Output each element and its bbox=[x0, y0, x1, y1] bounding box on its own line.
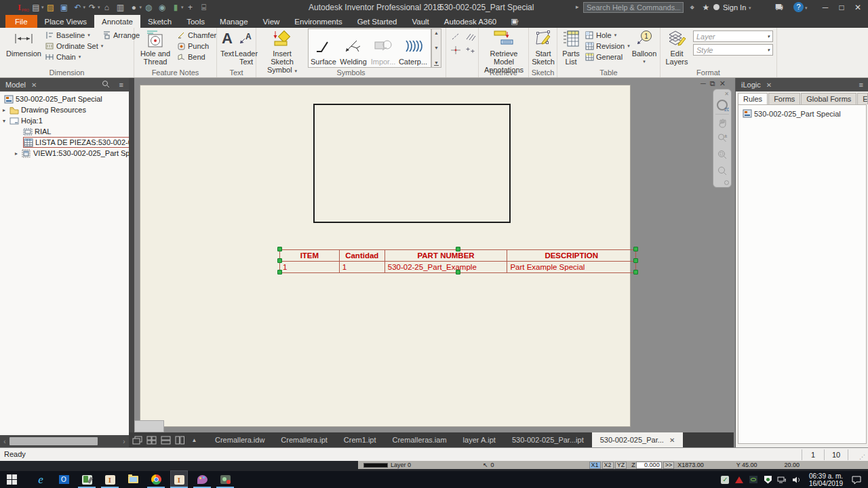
menu-hamburger-icon[interactable]: ≡ bbox=[119, 81, 123, 89]
navbar-settings-icon[interactable] bbox=[724, 180, 729, 185]
tray-network-icon[interactable] bbox=[777, 474, 787, 485]
collapse-arrow-icon[interactable]: ▸ bbox=[576, 3, 579, 10]
tile-horizontal-icon[interactable] bbox=[160, 435, 172, 445]
chevron-down-icon[interactable]: ▾ bbox=[87, 33, 90, 38]
file-explorer-icon[interactable] bbox=[125, 471, 141, 488]
chevron-down-icon[interactable]: ▾ bbox=[614, 33, 617, 38]
customize-toolbar-icon[interactable]: ⌸ bbox=[198, 2, 209, 13]
doc-tab-cremalleras-iam[interactable]: Cremalleras.iam bbox=[384, 432, 455, 447]
selection-grip[interactable] bbox=[277, 258, 282, 263]
tray-nvidia-icon[interactable] bbox=[749, 474, 759, 485]
chevron-down-icon[interactable]: ▾ bbox=[79, 54, 81, 60]
selection-grip[interactable] bbox=[456, 270, 460, 274]
ordinate-set-button[interactable]: Ordinate Set▾ bbox=[45, 41, 103, 51]
style-select[interactable]: Style▾ bbox=[693, 44, 773, 56]
centered-pattern-button[interactable] bbox=[465, 45, 477, 56]
model-browser-tab[interactable]: Model bbox=[5, 81, 26, 89]
chevron-down-icon[interactable]: ▾ bbox=[83, 5, 85, 10]
center-mark-button[interactable] bbox=[450, 45, 462, 56]
plus-icon[interactable]: + bbox=[184, 2, 195, 13]
scroll-right-icon[interactable]: › bbox=[119, 438, 129, 445]
dimension-button[interactable]: Dimension bbox=[4, 29, 43, 58]
drawing-canvas[interactable]: ITEM Cantidad PART NUMBER DESCRIPTION 1 … bbox=[129, 78, 734, 432]
doc-tab-active[interactable]: 530-002-025_Par...✕ bbox=[592, 432, 684, 447]
chevron-down-icon[interactable]: ▾ bbox=[749, 5, 751, 11]
search-icon[interactable] bbox=[102, 80, 110, 89]
navigation-bar[interactable]: ✕ 2D ± bbox=[713, 89, 732, 188]
new-file-button[interactable]: ▤ bbox=[31, 2, 41, 13]
open-button[interactable]: ▨ bbox=[45, 2, 56, 13]
chamfer-button[interactable]: Chamfer bbox=[176, 30, 216, 40]
minimize-button[interactable]: ─ bbox=[818, 1, 833, 14]
menu-hamburger-icon[interactable]: ≡ bbox=[859, 81, 863, 89]
close-icon[interactable]: ✕ bbox=[766, 81, 772, 89]
close-icon[interactable]: ✕ bbox=[31, 81, 37, 89]
ilogic-rule-item[interactable]: 530-002-025_Part Special bbox=[743, 109, 866, 118]
collapse-tabbar-icon[interactable]: ▲ bbox=[189, 435, 200, 445]
surface-symbol-button[interactable]: Surface bbox=[309, 29, 338, 67]
print-button[interactable]: ▥ bbox=[115, 2, 125, 13]
bend-button[interactable]: Bend bbox=[176, 52, 216, 62]
tab-forms[interactable]: Forms bbox=[768, 93, 800, 104]
tray-alert-icon[interactable] bbox=[734, 474, 745, 485]
chevron-down-icon[interactable]: ▾ bbox=[139, 5, 142, 10]
start-sketch-button[interactable]: Start Sketch bbox=[530, 29, 556, 66]
save-button[interactable]: ▣ bbox=[58, 2, 69, 13]
close-button[interactable]: ✕ bbox=[850, 1, 865, 14]
chevron-down-icon[interactable]: ▾ bbox=[517, 19, 519, 24]
tab-global-forms[interactable]: Global Forms bbox=[801, 93, 856, 104]
pan-hand-icon[interactable] bbox=[715, 114, 729, 130]
scrollbar-thumb[interactable] bbox=[9, 437, 98, 445]
canvas-horizontal-scrollbar-thumb[interactable] bbox=[134, 420, 164, 432]
doc-tab-crem1-ipt[interactable]: Crem1.ipt bbox=[336, 432, 384, 447]
balloon-button[interactable]: 1 Balloon ▾ bbox=[629, 29, 659, 66]
doc-tab-cremallera-idw[interactable]: Cremallera.idw bbox=[207, 432, 273, 447]
undo-button[interactable]: ↶ bbox=[72, 2, 83, 13]
gallery-scroll-down-icon[interactable]: ▼ bbox=[434, 45, 439, 50]
caterpillar-symbol-button[interactable]: Caterp... bbox=[398, 29, 428, 67]
outlook-icon[interactable]: O bbox=[56, 471, 72, 488]
tab-file[interactable]: File bbox=[5, 15, 37, 28]
chrome-icon[interactable] bbox=[148, 471, 164, 488]
tab-sketch[interactable]: Sketch bbox=[140, 15, 179, 28]
chevron-down-icon[interactable]: ▾ bbox=[805, 5, 808, 11]
revision-table-button[interactable]: Revision▾ bbox=[585, 41, 630, 51]
search-input[interactable] bbox=[583, 2, 684, 13]
doc-tab-layer-a-ipt[interactable]: layer A.ipt bbox=[455, 432, 504, 447]
doc-tab-cremallera-ipt[interactable]: Cremallera.ipt bbox=[273, 432, 335, 447]
tab-view[interactable]: View bbox=[256, 15, 288, 28]
navbar-close-icon[interactable]: ✕ bbox=[724, 91, 729, 98]
capture-app-icon[interactable] bbox=[217, 471, 233, 488]
edit-layers-button[interactable]: Edit Layers bbox=[665, 29, 689, 66]
tab-autodesk-a360[interactable]: Autodesk A360 bbox=[437, 15, 504, 28]
doc-restore-button[interactable]: ⧉ bbox=[710, 79, 715, 88]
close-icon[interactable]: ✕ bbox=[669, 436, 675, 444]
doc-minimize-button[interactable]: ─ bbox=[701, 79, 706, 88]
tree-item-sheet[interactable]: ▾ Hoja:1 bbox=[3, 115, 43, 126]
redo-button[interactable]: ↷ bbox=[87, 2, 98, 13]
tree-item-parts-list-selected[interactable]: LISTA DE PIEZAS:530-002-025_Part bbox=[23, 137, 129, 148]
maximize-button[interactable]: □ bbox=[834, 1, 849, 14]
baseline-button[interactable]: Baseline▾ bbox=[45, 30, 103, 40]
material-button[interactable]: ◍ bbox=[143, 2, 154, 13]
help-icon[interactable]: ? bbox=[793, 2, 804, 12]
selection-grip[interactable] bbox=[633, 270, 638, 274]
paint-app-icon[interactable] bbox=[194, 471, 210, 488]
gallery-scroll-up-icon[interactable]: ▲ bbox=[434, 30, 439, 35]
zoom-window-icon[interactable] bbox=[717, 146, 728, 163]
tab-tools[interactable]: Tools bbox=[179, 15, 212, 28]
help-book-button[interactable]: ▮ bbox=[170, 2, 181, 13]
welding-symbol-button[interactable]: Welding bbox=[338, 29, 368, 67]
punch-button[interactable]: Punch bbox=[176, 41, 216, 51]
store-cart-icon[interactable]: ⛟ bbox=[773, 3, 785, 12]
navigation-wheel-icon[interactable]: 2D bbox=[715, 98, 729, 114]
inventor-logo[interactable]: I PRO bbox=[18, 2, 29, 13]
layer-select[interactable]: Layer▾ bbox=[693, 30, 773, 42]
selection-grip[interactable] bbox=[633, 258, 638, 263]
internet-explorer-icon[interactable]: e bbox=[33, 471, 49, 488]
selection-grip[interactable] bbox=[277, 270, 282, 274]
tab-external[interactable]: Exten bbox=[857, 93, 868, 104]
text-button[interactable]: A Text bbox=[218, 29, 236, 58]
start-button[interactable] bbox=[3, 471, 20, 488]
tree-item-view1[interactable]: ▸ VIEW1:530-002-025_Part Special.ipt bbox=[15, 148, 129, 159]
